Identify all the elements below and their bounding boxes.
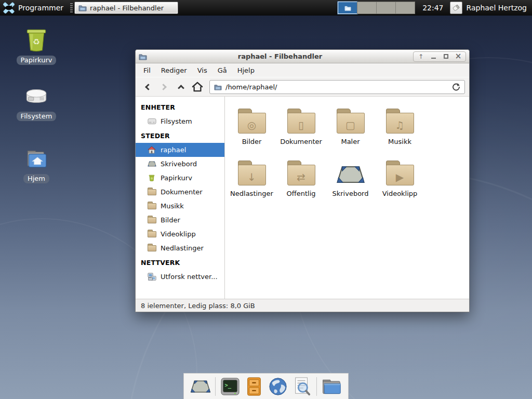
folder-icon — [147, 202, 156, 210]
xfce-logo-icon — [3, 2, 15, 14]
user-name: Raphael Hertzog — [467, 4, 527, 12]
sidebar-item-bilder[interactable]: Bilder — [136, 213, 224, 227]
folder-pictures-icon: ◎ — [238, 113, 266, 134]
home-button[interactable] — [190, 79, 205, 94]
sidebar-item-label: Bilder — [161, 216, 180, 224]
maximize-button[interactable] — [443, 54, 449, 60]
shade-button[interactable]: ↑ — [418, 54, 424, 60]
minimize-button[interactable] — [430, 54, 436, 60]
web-browser-button[interactable] — [268, 376, 288, 397]
desktop-icon-label: Hjem — [23, 174, 49, 183]
search-files-button[interactable] — [291, 376, 312, 397]
up-button[interactable] — [173, 79, 189, 94]
show-desktop-button[interactable] — [190, 376, 211, 397]
search-files-icon — [292, 377, 311, 396]
file-label: Musikk — [388, 138, 411, 145]
sidebar-item-label: Dokumenter — [161, 188, 203, 196]
sidebar-item-label: Musikk — [161, 202, 184, 210]
desktop-icon-label: Papirkurv — [17, 56, 57, 65]
desktop-icon-filesystem[interactable]: Filsystem — [12, 83, 60, 121]
folder-icon — [147, 230, 156, 238]
forward-icon — [160, 84, 167, 90]
desktop-icon — [336, 164, 365, 185]
file-tile-bilder[interactable]: ◎ Bilder — [227, 103, 276, 155]
trash-icon: ♻ — [23, 27, 49, 53]
file-label: Offentlig — [287, 190, 316, 197]
file-manager-window: raphael - Filbehandler ↑ × Fil Rediger V… — [135, 49, 470, 312]
web-browser-icon — [268, 377, 288, 396]
folder-downloads-icon: ↓ — [238, 165, 266, 185]
desktop-icon-label: Filsystem — [17, 112, 57, 121]
menu-rediger[interactable]: Rediger — [156, 65, 192, 76]
desktop-icon-trash[interactable]: ♻ Papirkurv — [12, 27, 60, 65]
sidebar-item-label: Nedlastinger — [161, 244, 204, 252]
file-tile-skrivebord[interactable]: Skrivebord — [326, 155, 375, 207]
sidebar-item-filsystem[interactable]: Filsystem — [136, 114, 224, 128]
reload-icon — [452, 83, 460, 91]
file-tile-dokumenter[interactable]: ▯ Dokumenter — [276, 103, 326, 155]
statusbar: 8 ielementer, Ledig plass: 8,0 GiB — [136, 299, 469, 312]
file-tile-nedlastinger[interactable]: ↓ Nedlastinger — [227, 155, 276, 207]
sidebar-item-nedlastinger[interactable]: Nedlastinger — [136, 241, 224, 255]
menu-fil[interactable]: Fil — [138, 65, 156, 76]
sidebar-item-utforsk-nettverk[interactable]: Utforsk nettver... — [136, 270, 224, 284]
sidebar-item-label: raphael — [161, 146, 186, 154]
folder-public-icon: ⇄ — [287, 165, 315, 185]
file-cabinet-button[interactable] — [244, 376, 264, 397]
folder-documents-icon: ▯ — [287, 113, 315, 134]
sidebar-item-raphael[interactable]: raphael — [136, 143, 224, 157]
close-button[interactable]: × — [455, 54, 461, 60]
file-tile-videoklipp[interactable]: ▶ Videoklipp — [375, 155, 424, 207]
taskbar-window-button[interactable]: raphael - Filbehandler — [74, 2, 178, 14]
applications-menu-button[interactable]: Programmer — [0, 0, 69, 16]
workspace-switcher — [338, 2, 415, 14]
sidebar-item-dokumenter[interactable]: Dokumenter — [136, 185, 224, 199]
taskbar-window-label: raphael - Filbehandler — [90, 4, 164, 12]
harddrive-icon — [147, 117, 156, 126]
window-icon — [139, 53, 147, 60]
path-field[interactable]: /home/raphael/ — [209, 80, 465, 94]
desktop-icon — [147, 160, 156, 168]
reload-button[interactable] — [452, 83, 460, 91]
desktop-icon-home[interactable]: Hjem — [12, 145, 60, 183]
clock: 22:47 — [422, 4, 443, 12]
folder-videos-icon: ▶ — [386, 165, 414, 185]
sidebar-item-label: Videoklipp — [161, 230, 196, 238]
file-tile-offentlig[interactable]: ⇄ Offentlig — [276, 155, 326, 207]
window-controls: ↑ × — [413, 51, 466, 62]
tasklist-grip — [70, 3, 73, 12]
terminal-button[interactable]: >_ — [220, 376, 241, 397]
workspace-4[interactable] — [395, 2, 415, 14]
workspace-2[interactable] — [357, 2, 377, 14]
session-action-button[interactable] — [450, 2, 462, 14]
titlebar[interactable]: raphael - Filbehandler ↑ × — [136, 50, 469, 63]
up-icon — [178, 85, 184, 91]
sidebar-item-videoklipp[interactable]: Videoklipp — [136, 227, 224, 241]
menu-vis[interactable]: Vis — [192, 65, 212, 76]
sidebar-item-label: Filsystem — [161, 117, 192, 125]
workspace-window-icon — [344, 5, 351, 11]
file-manager-button[interactable] — [321, 376, 342, 397]
back-button[interactable] — [140, 79, 155, 94]
file-label: Nedlastinger — [230, 190, 273, 197]
harddrive-icon — [23, 83, 49, 109]
sidebar-item-papirkurv[interactable]: ♻ Papirkurv — [136, 171, 224, 185]
file-manager-icon — [321, 378, 342, 395]
file-tile-musikk[interactable]: ♫ Musikk — [375, 103, 424, 155]
folder-window-icon — [78, 4, 87, 11]
sidebar-header-steder: STEDER — [136, 128, 224, 143]
workspace-3[interactable] — [376, 2, 396, 14]
folder-music-icon: ♫ — [386, 113, 414, 134]
statusbar-text: 8 ielementer, Ledig plass: 8,0 GiB — [141, 302, 255, 310]
forward-button[interactable] — [156, 79, 172, 94]
menu-ga[interactable]: Gå — [212, 65, 232, 76]
menu-hjelp[interactable]: Hjelp — [232, 65, 260, 76]
folder-icon — [147, 188, 156, 196]
file-tile-maler[interactable]: ▢ Maler — [326, 103, 375, 155]
sidebar-item-label: Skrivebord — [161, 160, 197, 168]
show-desktop-icon — [190, 379, 211, 394]
workspace-1[interactable] — [338, 2, 357, 14]
file-cabinet-icon — [245, 377, 263, 396]
sidebar-item-musikk[interactable]: Musikk — [136, 199, 224, 213]
sidebar-item-skrivebord[interactable]: Skrivebord — [136, 157, 224, 171]
